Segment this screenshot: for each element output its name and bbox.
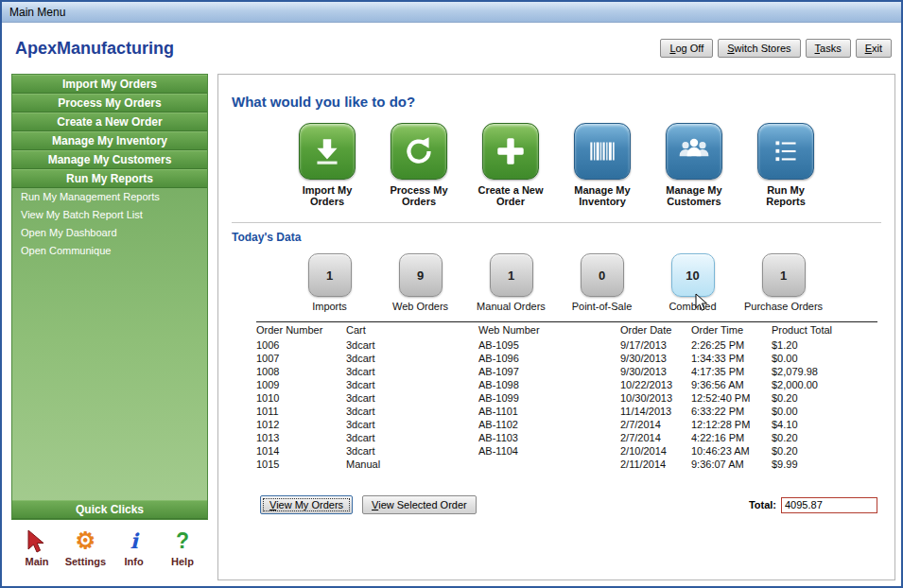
action-run-my-reports-button[interactable]: Run MyReports — [750, 123, 822, 207]
counter-web-orders-button[interactable]: 9 — [399, 253, 443, 297]
order-cell: 2:26:25 PM — [691, 338, 772, 352]
plus-icon — [482, 123, 539, 180]
counter-point-of-sale-button[interactable]: 0 — [581, 253, 624, 297]
order-cell: $1.20 — [772, 338, 877, 352]
sidebar-item-create-a-new-order[interactable]: Create a New Order — [12, 112, 207, 131]
counter-label: Point-of-Sale — [560, 301, 645, 312]
switch-stores-button[interactable]: Switch Stores — [718, 39, 800, 58]
footer-nav: Main⚙SettingsiInfo?Help — [13, 527, 206, 567]
order-cell: 11/14/2013 — [620, 405, 691, 418]
sidebar-subitem-open-communique[interactable]: Open Communique — [12, 242, 207, 260]
order-cell: 4:22:16 PM — [691, 431, 772, 444]
order-cell: $0.20 — [772, 444, 877, 458]
counter-purchase-orders-button[interactable]: 1 — [762, 253, 806, 297]
order-cell: 10/30/2013 — [620, 391, 691, 405]
counter-point-of-sale: 0Point-of-Sale — [560, 253, 645, 312]
order-cell: 3dcart — [346, 391, 478, 405]
nav-settings-button[interactable]: ⚙Settings — [61, 527, 109, 567]
counter-combined-button[interactable]: 10 — [671, 253, 715, 297]
order-cell: $0.00 — [772, 405, 877, 418]
sidebar: Import My OrdersProcess My OrdersCreate … — [11, 74, 208, 520]
order-cell: AB-1101 — [478, 405, 620, 418]
order-cell: 1006 — [256, 338, 346, 352]
people-icon — [666, 123, 722, 180]
order-cell: 9/30/2013 — [620, 365, 691, 378]
order-row-1012[interactable]: 10123dcartAB-11022/7/201412:12:28 PM$4.1… — [256, 418, 877, 431]
action-create-a-new-order-button[interactable]: Create a NewOrder — [475, 123, 547, 207]
action-process-my-orders-button[interactable]: Process MyOrders — [383, 123, 455, 207]
order-cell: 1008 — [256, 365, 346, 378]
sidebar-subitem-run-my-management-reports[interactable]: Run My Management Reports — [12, 188, 207, 206]
brand-title: ApexManufacturing — [15, 39, 174, 59]
action-manage-my-inventory-button[interactable]: Manage MyInventory — [566, 123, 638, 207]
nav-label: Main — [13, 556, 61, 567]
counter-manual-orders-button[interactable]: 1 — [490, 253, 533, 297]
order-cell: 1011 — [256, 405, 346, 418]
tasks-button[interactable]: Tasks — [806, 39, 851, 58]
action-label: Run MyReports — [750, 184, 822, 207]
column-header-order-date: Order Date — [620, 322, 691, 339]
order-cell: AB-1096 — [478, 352, 620, 365]
order-row-1013[interactable]: 10133dcartAB-11032/7/20144:22:16 PM$0.20 — [256, 431, 877, 444]
order-cell: 1014 — [256, 444, 346, 458]
order-cell: 9/17/2013 — [620, 338, 691, 352]
nav-info-button[interactable]: iInfo — [111, 527, 158, 567]
order-row-1011[interactable]: 10113dcartAB-110111/14/20136:33:22 PM$0.… — [256, 405, 877, 418]
action-import-my-orders-button[interactable]: Import MyOrders — [291, 123, 363, 207]
sidebar-item-process-my-orders[interactable]: Process My Orders — [12, 94, 207, 112]
order-cell: 1007 — [256, 352, 346, 365]
sidebar-item-import-my-orders[interactable]: Import My Orders — [12, 75, 207, 94]
order-row-1008[interactable]: 10083dcartAB-10979/30/20134:17:35 PM$2,0… — [256, 365, 877, 378]
order-row-1010[interactable]: 10103dcartAB-109910/30/201312:52:40 PM$0… — [256, 391, 877, 405]
order-cell: 1:34:33 PM — [691, 352, 772, 365]
sidebar-quick-clicks[interactable]: Quick Clicks — [12, 500, 207, 519]
counters-row: 1Imports9Web Orders1Manual Orders0Point-… — [218, 253, 894, 312]
order-cell: 9/30/2013 — [620, 352, 691, 365]
action-label: Process MyOrders — [383, 184, 455, 207]
nav-label: Settings — [61, 556, 109, 567]
order-cell: AB-1104 — [478, 444, 620, 458]
order-cell: 3dcart — [346, 444, 478, 458]
counter-label: Imports — [287, 301, 373, 312]
sidebar-item-run-my-reports[interactable]: Run My Reports — [12, 169, 207, 188]
counter-label: Manual Orders — [469, 301, 554, 312]
log-off-button[interactable]: Log Off — [660, 39, 713, 58]
view-my-orders-button[interactable]: View My Orders — [260, 495, 353, 514]
order-cell: 1013 — [256, 431, 346, 444]
action-label: Import MyOrders — [291, 184, 363, 207]
order-row-1014[interactable]: 10143dcartAB-11042/10/201410:46:23 AM$0.… — [256, 444, 877, 458]
order-row-1007[interactable]: 10073dcartAB-10969/30/20131:34:33 PM$0.0… — [256, 352, 877, 365]
sidebar-subitem-view-my-batch-report-list[interactable]: View My Batch Report List — [12, 206, 207, 224]
header: ApexManufacturing Log Off Switch Stores … — [2, 24, 901, 73]
sidebar-item-manage-my-inventory[interactable]: Manage My Inventory — [12, 131, 207, 150]
help-icon: ? — [159, 527, 206, 554]
order-cell: $0.20 — [772, 391, 877, 405]
order-row-1009[interactable]: 10093dcartAB-109810/22/20139:36:56 AM$2,… — [256, 378, 877, 391]
order-cell: AB-1095 — [478, 338, 620, 352]
order-cell — [478, 458, 620, 471]
order-cell: $0.00 — [772, 352, 877, 365]
nav-help-button[interactable]: ?Help — [159, 527, 206, 567]
counter-imports-button[interactable]: 1 — [308, 253, 352, 297]
process-refresh-icon — [391, 123, 447, 180]
counter-web-orders: 9Web Orders — [378, 253, 463, 312]
sidebar-item-manage-my-customers[interactable]: Manage My Customers — [12, 150, 207, 169]
order-cell: 3dcart — [346, 352, 478, 365]
counter-imports: 1Imports — [287, 253, 373, 312]
order-row-1006[interactable]: 10063dcartAB-10959/17/20132:26:25 PM$1.2… — [256, 338, 877, 352]
exit-button[interactable]: Exit — [856, 39, 892, 58]
order-cell: 6:33:22 PM — [691, 405, 772, 418]
order-cell: $9.99 — [772, 458, 877, 471]
order-row-1015[interactable]: 1015Manual2/11/20149:36:07 AM$9.99 — [256, 458, 877, 471]
view-selected-order-button[interactable]: View Selected Order — [362, 495, 477, 514]
action-manage-my-customers-button[interactable]: Manage MyCustomers — [658, 123, 730, 207]
mouse-cursor — [695, 293, 708, 312]
total-input[interactable] — [781, 497, 877, 513]
order-cell: 12:52:40 PM — [691, 391, 772, 405]
nav-main-button[interactable]: Main — [13, 527, 61, 567]
order-cell: Manual — [346, 458, 478, 471]
sidebar-subitem-open-my-dashboard[interactable]: Open My Dashboard — [12, 224, 207, 242]
red-arrow-icon — [13, 527, 61, 554]
order-cell: $2,000.00 — [772, 378, 877, 391]
gear-icon: ⚙ — [61, 527, 109, 554]
